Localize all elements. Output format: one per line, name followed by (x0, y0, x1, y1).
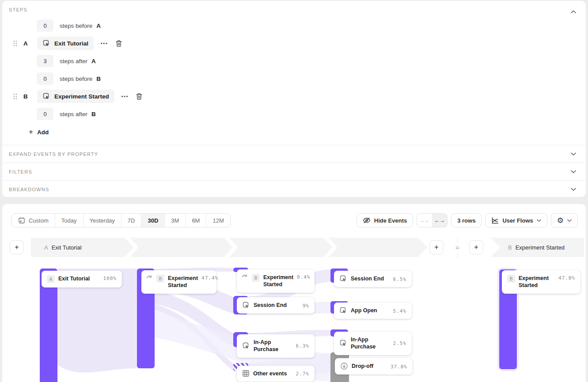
steps-section-title: STEPS (9, 7, 27, 12)
node-card-session-end[interactable]: Session End 9% (237, 297, 315, 314)
step-a-event-button[interactable]: Exit Tutorial (37, 37, 94, 50)
steps-before-b-row: 0 steps before B (37, 72, 101, 85)
section-expand-events-by-property[interactable]: EXPAND EVENTS BY PROPERTY (2, 145, 586, 163)
step-ref-letter: A (91, 58, 96, 64)
node-percentage: 9% (303, 303, 309, 309)
drag-handle-icon[interactable] (13, 93, 17, 100)
steps-after-a-row: 3 steps after A (37, 55, 96, 67)
steps-before-a-input[interactable]: 0 (37, 19, 53, 32)
steps-after-b-label: steps after (60, 111, 87, 117)
query-panel: STEPS 0 steps before A A Exit Tutorial •… (2, 1, 586, 197)
node-card-session-end-2[interactable]: Session End 6.5% (334, 271, 412, 287)
chevron-down-icon (571, 152, 576, 156)
node-percentage: 2.5% (393, 340, 407, 346)
step-ref-letter: A (96, 23, 101, 29)
plus-icon: + (29, 128, 33, 136)
node-percentage: 6.3% (296, 343, 310, 349)
steps-after-a-label: steps after (60, 58, 87, 64)
node-percentage: 6.5% (393, 276, 407, 282)
steps-after-a-input[interactable]: 3 (37, 55, 53, 67)
event-icon (339, 275, 347, 283)
steps-before-a-label: steps before (60, 23, 92, 29)
user-flows-page: { "colors": { "accent": "#7a53fb", "link… (0, 0, 588, 382)
node-percentage: 0.4% (297, 274, 311, 280)
steps-after-b-row: 0 steps after B (37, 108, 96, 120)
section-breakdowns[interactable]: BREAKDOWNS (2, 180, 586, 198)
step-b-event-button[interactable]: Experiment Started (37, 90, 114, 103)
drag-handle-icon[interactable] (13, 40, 17, 47)
event-icon (42, 92, 50, 100)
event-icon (242, 342, 250, 350)
event-icon (339, 339, 347, 347)
node-card-in-app-purchase-2[interactable]: In-App Purchase 2.5% (334, 332, 412, 355)
add-step-button[interactable]: + Add (29, 128, 49, 136)
node-card-other-events[interactable]: Other events 2.7% (237, 366, 315, 382)
step-a-event-name: Exit Tutorial (54, 40, 88, 47)
node-percentage: 37.8% (391, 363, 407, 370)
chevron-down-icon (571, 188, 576, 191)
step-ref-letter: B (96, 76, 101, 82)
node-card-drop-off[interactable]: Drop-off 37.8% (335, 358, 413, 374)
delete-step-icon[interactable] (115, 40, 122, 47)
node-percentage: 5.4% (393, 308, 407, 314)
step-b-row: B Experiment Started ••• (13, 90, 143, 103)
node-percentage: 47.8% (558, 275, 575, 281)
node-card-experiment-started[interactable]: B Experiment Started 47.4% (141, 270, 216, 294)
step-b-letter: B (23, 93, 33, 100)
node-card-experiment-started-2[interactable]: B Experiment Started 0.4% (237, 269, 315, 293)
steps-before-a-row: 0 steps before A (37, 19, 101, 32)
node-percentage: 47.4% (201, 275, 218, 281)
step-b-event-name: Experiment Started (54, 93, 109, 100)
node-card-app-open[interactable]: App Open 5.4% (334, 303, 412, 319)
node-card-exit-tutorial[interactable]: A Exit Tutorial 100% (42, 271, 122, 287)
steps-after-b-input[interactable]: 0 (37, 108, 53, 120)
node-card-experiment-started-b[interactable]: B Experiment Started 47.8% (502, 270, 580, 294)
node-percentage: 2.7% (296, 371, 310, 377)
step-badge: A (47, 275, 55, 283)
more-options-icon[interactable]: ••• (121, 94, 129, 99)
chevron-down-icon (571, 170, 576, 174)
chart-panel: Custom Today Yesterday 7D 30D 3M 6M 12M … (2, 204, 586, 382)
step-a-letter: A (23, 40, 33, 47)
node-card-in-app-purchase[interactable]: In-App Purchase 6.3% (237, 334, 315, 358)
event-icon (242, 301, 250, 309)
drop-off-icon (340, 362, 348, 370)
flows-to-icon (242, 273, 248, 279)
step-ref-letter: B (91, 111, 96, 117)
node-percentage: 100% (103, 275, 117, 281)
section-filters[interactable]: FILTERS (2, 163, 586, 180)
steps-before-b-label: steps before (60, 76, 92, 82)
flows-to-icon (147, 274, 153, 280)
event-icon (42, 39, 50, 47)
event-icon (339, 306, 347, 314)
step-badge: B (252, 274, 260, 282)
step-badge: B (156, 275, 164, 283)
grid-icon (242, 370, 250, 377)
step-badge: B (507, 275, 515, 283)
delete-step-icon[interactable] (136, 93, 143, 100)
step-a-row: A Exit Tutorial ••• (13, 37, 122, 50)
chevron-up-icon[interactable] (571, 8, 576, 15)
more-options-icon[interactable]: ••• (101, 41, 108, 46)
steps-before-b-input[interactable]: 0 (37, 72, 53, 85)
